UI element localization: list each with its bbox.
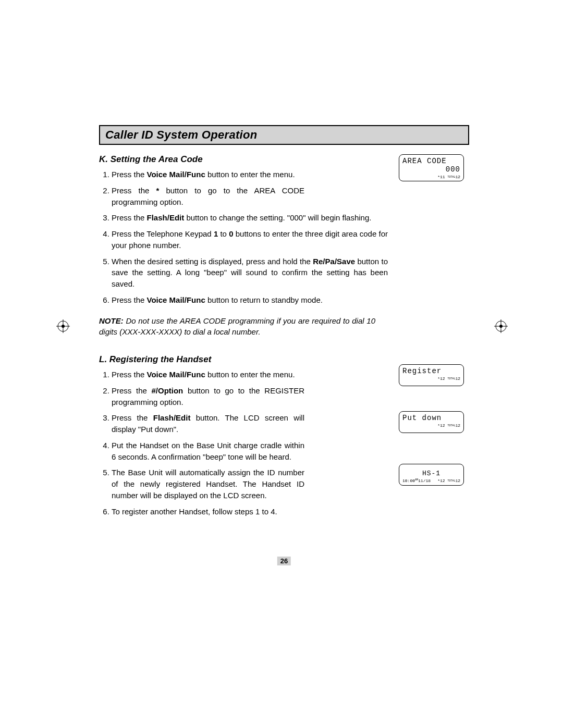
lcd-hs-1: HS-1 10:00AM11/18 *12 TOTAL12 [399, 464, 464, 486]
crop-mark-right-icon [494, 319, 508, 333]
steps-list-l: Press the Voice Mail/Func button to ente… [99, 369, 469, 517]
lcd-star: *12 [437, 423, 445, 428]
section-title-bar: Caller ID System Operation [99, 125, 469, 145]
step-l3: Press the Flash/Edit button. The LCD scr… [112, 412, 304, 435]
step-l4: Put the Handset on the Base Unit charge … [112, 440, 304, 463]
lcd-put-down: Put down *12 TOTAL12 [399, 411, 464, 433]
lcd-line: 000 [402, 165, 460, 174]
step-k1: Press the Voice Mail/Func button to ente… [112, 169, 304, 180]
lcd-star: *12 [437, 376, 445, 381]
section-title: Caller ID System Operation [105, 128, 257, 141]
step-l6: To register another Handset, follow step… [112, 506, 304, 517]
subsection-heading-l: L. Registering the Handset [99, 354, 469, 365]
page-number: 26 [277, 557, 291, 565]
lcd-total-value: 12 [455, 423, 460, 428]
step-k4: Press the Telephone Keypad 1 to 0 button… [112, 228, 388, 251]
lcd-status-line: *12 TOTAL12 [402, 423, 460, 428]
step-k5: When the desired setting is displayed, p… [112, 256, 388, 290]
manual-page: Caller ID System Operation AREA CODE 000… [99, 125, 469, 517]
lcd-right: *12 TOTAL12 [437, 478, 460, 483]
lcd-line: HS-1 [402, 470, 460, 477]
crop-mark-left-icon [56, 319, 70, 333]
lcd-status-line: *11 TOTAL12 [402, 175, 460, 179]
lcd-area-code: AREA CODE 000 *11 TOTAL12 [399, 154, 464, 181]
lcd-status-line: 10:00AM11/18 *12 TOTAL12 [402, 478, 460, 483]
note-k: NOTE: Do not use the AREA CODE programmi… [99, 315, 375, 338]
lcd-total-label: TOTAL [447, 176, 455, 179]
lcd-register: Register *12 TOTAL12 [399, 364, 464, 386]
note-label: NOTE: [99, 316, 124, 325]
note-text: Do not use the AREA CODE programming if … [99, 316, 375, 337]
lcd-total-value: 12 [455, 376, 460, 381]
step-k3: Press the Flash/Edit button to change th… [112, 212, 388, 224]
step-k6: Press the Voice Mail/Func button to retu… [112, 294, 388, 306]
lcd-left: 10:00AM11/18 [402, 478, 431, 483]
lcd-line: Put down [402, 414, 460, 422]
steps-list-k: Press the Voice Mail/Func button to ente… [99, 169, 469, 306]
step-k2: Press the * button to go to the AREA COD… [112, 185, 304, 208]
lcd-status-line: *12 TOTAL12 [402, 376, 460, 381]
step-l5: The Base Unit will automatically assign … [112, 467, 304, 501]
lcd-total-value: 12 [455, 175, 460, 179]
lcd-line: AREA CODE [402, 157, 460, 165]
lcd-line: Register [402, 367, 460, 375]
step-l1: Press the Voice Mail/Func button to ente… [112, 369, 388, 380]
lcd-total-label: TOTAL [447, 424, 455, 427]
lcd-star: *11 [437, 175, 445, 179]
step-l2: Press the #/Option button to go to the R… [112, 385, 304, 408]
lcd-total-label: TOTAL [447, 377, 455, 380]
